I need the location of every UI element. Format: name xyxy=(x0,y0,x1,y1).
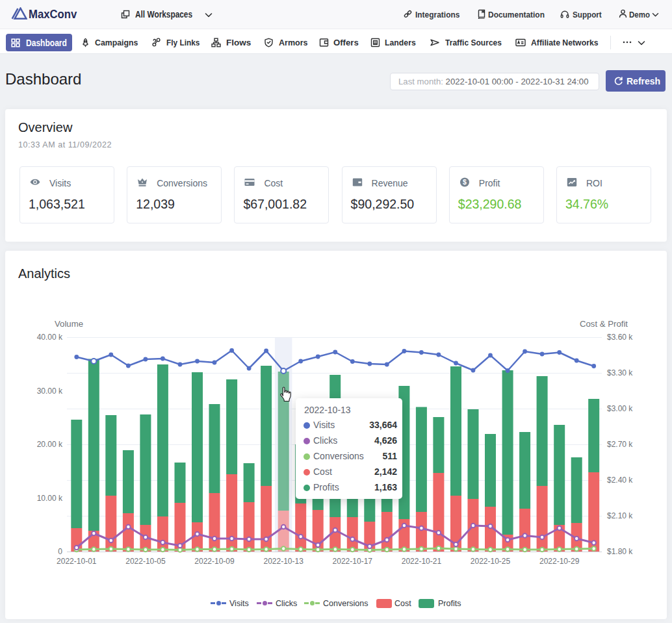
svg-text:Volume: Volume xyxy=(55,319,83,329)
svg-text:10.00 k: 10.00 k xyxy=(37,494,63,503)
svg-text:2022-10-13: 2022-10-13 xyxy=(264,557,304,566)
svg-text:$2.70 k: $2.70 k xyxy=(607,440,633,449)
svg-text:$2.40 k: $2.40 k xyxy=(607,476,633,485)
svg-text:$3.30 k: $3.30 k xyxy=(607,368,633,377)
svg-text:2022-10-01: 2022-10-01 xyxy=(57,557,97,566)
svg-text:2022-10-05: 2022-10-05 xyxy=(125,557,166,566)
svg-text:30.00 k: 30.00 k xyxy=(37,387,63,396)
svg-text:$3.00 k: $3.00 k xyxy=(607,404,633,413)
svg-text:$3.60 k: $3.60 k xyxy=(607,333,633,342)
svg-text:$: $ xyxy=(463,178,467,186)
svg-text:$2.10 k: $2.10 k xyxy=(607,511,633,520)
svg-text:40.00 k: 40.00 k xyxy=(37,333,63,342)
svg-text:Cost & Profit: Cost & Profit xyxy=(580,319,628,329)
svg-text:2022-10-29: 2022-10-29 xyxy=(539,557,580,566)
svg-text:0: 0 xyxy=(58,547,62,556)
svg-text:2022-10-09: 2022-10-09 xyxy=(194,557,235,566)
svg-text:$1.80 k: $1.80 k xyxy=(607,547,633,556)
svg-text:2022-10-25: 2022-10-25 xyxy=(471,557,511,566)
svg-text:2022-10-17: 2022-10-17 xyxy=(333,557,373,566)
svg-text:2022-10-21: 2022-10-21 xyxy=(402,557,442,566)
svg-text:20.00 k: 20.00 k xyxy=(37,440,63,449)
